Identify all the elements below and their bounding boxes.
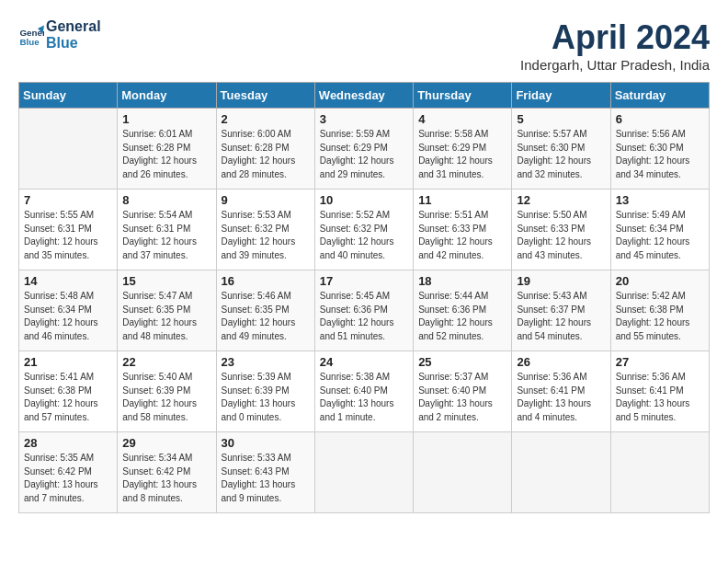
- header-saturday: Saturday: [610, 83, 709, 109]
- location-subtitle: Indergarh, Uttar Pradesh, India: [520, 57, 710, 73]
- header-friday: Friday: [512, 83, 610, 109]
- day-info: Sunrise: 5:55 AM Sunset: 6:31 PM Dayligh…: [24, 209, 112, 262]
- calendar-cell: 6Sunrise: 5:56 AM Sunset: 6:30 PM Daylig…: [610, 109, 709, 190]
- day-info: Sunrise: 5:53 AM Sunset: 6:32 PM Dayligh…: [222, 209, 310, 262]
- calendar-cell: [314, 432, 413, 513]
- calendar-cell: 10Sunrise: 5:52 AM Sunset: 6:32 PM Dayli…: [314, 190, 413, 270]
- day-info: Sunrise: 6:01 AM Sunset: 6:28 PM Dayligh…: [122, 128, 210, 181]
- day-number: 20: [616, 274, 704, 288]
- day-number: 30: [222, 436, 310, 450]
- day-info: Sunrise: 5:33 AM Sunset: 6:43 PM Dayligh…: [222, 452, 310, 505]
- logo-icon: General Blue: [18, 22, 44, 48]
- header-monday: Monday: [118, 83, 216, 109]
- day-info: Sunrise: 5:36 AM Sunset: 6:41 PM Dayligh…: [517, 371, 605, 424]
- day-info: Sunrise: 5:41 AM Sunset: 6:38 PM Dayligh…: [24, 371, 112, 424]
- day-number: 11: [418, 193, 506, 207]
- week-row-2: 7Sunrise: 5:55 AM Sunset: 6:31 PM Daylig…: [19, 190, 710, 270]
- calendar-cell: 28Sunrise: 5:35 AM Sunset: 6:42 PM Dayli…: [19, 432, 118, 513]
- calendar-cell: [19, 109, 118, 190]
- calendar-cell: 17Sunrise: 5:45 AM Sunset: 6:36 PM Dayli…: [314, 270, 413, 351]
- header-thursday: Thursday: [414, 83, 512, 109]
- day-info: Sunrise: 5:51 AM Sunset: 6:33 PM Dayligh…: [418, 209, 506, 262]
- calendar-cell: 15Sunrise: 5:47 AM Sunset: 6:35 PM Dayli…: [118, 270, 216, 351]
- day-info: Sunrise: 5:58 AM Sunset: 6:29 PM Dayligh…: [418, 128, 506, 181]
- day-number: 12: [517, 193, 605, 207]
- day-info: Sunrise: 5:38 AM Sunset: 6:40 PM Dayligh…: [320, 371, 408, 424]
- day-number: 24: [320, 355, 408, 369]
- day-info: Sunrise: 5:37 AM Sunset: 6:40 PM Dayligh…: [418, 371, 506, 424]
- day-number: 18: [418, 274, 506, 288]
- title-block: April 2024 Indergarh, Uttar Pradesh, Ind…: [520, 18, 710, 73]
- day-number: 21: [24, 355, 112, 369]
- calendar-cell: 4Sunrise: 5:58 AM Sunset: 6:29 PM Daylig…: [414, 109, 512, 190]
- calendar-cell: 7Sunrise: 5:55 AM Sunset: 6:31 PM Daylig…: [19, 190, 118, 270]
- week-row-1: 1Sunrise: 6:01 AM Sunset: 6:28 PM Daylig…: [19, 109, 710, 190]
- calendar-cell: 5Sunrise: 5:57 AM Sunset: 6:30 PM Daylig…: [512, 109, 610, 190]
- calendar-cell: 14Sunrise: 5:48 AM Sunset: 6:34 PM Dayli…: [19, 270, 118, 351]
- svg-text:Blue: Blue: [19, 36, 40, 46]
- day-info: Sunrise: 5:35 AM Sunset: 6:42 PM Dayligh…: [24, 452, 112, 505]
- week-row-3: 14Sunrise: 5:48 AM Sunset: 6:34 PM Dayli…: [19, 270, 710, 351]
- calendar-cell: 19Sunrise: 5:43 AM Sunset: 6:37 PM Dayli…: [512, 270, 610, 351]
- calendar-cell: 30Sunrise: 5:33 AM Sunset: 6:43 PM Dayli…: [216, 432, 314, 513]
- day-number: 23: [222, 355, 310, 369]
- day-number: 27: [616, 355, 704, 369]
- day-info: Sunrise: 5:48 AM Sunset: 6:34 PM Dayligh…: [24, 290, 112, 343]
- logo-line2: Blue: [46, 35, 101, 52]
- calendar-cell: 29Sunrise: 5:34 AM Sunset: 6:42 PM Dayli…: [118, 432, 216, 513]
- calendar-cell: [512, 432, 610, 513]
- calendar-cell: 23Sunrise: 5:39 AM Sunset: 6:39 PM Dayli…: [216, 351, 314, 432]
- day-info: Sunrise: 5:44 AM Sunset: 6:36 PM Dayligh…: [418, 290, 506, 343]
- calendar-cell: 18Sunrise: 5:44 AM Sunset: 6:36 PM Dayli…: [414, 270, 512, 351]
- calendar-cell: 13Sunrise: 5:49 AM Sunset: 6:34 PM Dayli…: [610, 190, 709, 270]
- day-info: Sunrise: 5:36 AM Sunset: 6:41 PM Dayligh…: [616, 371, 704, 424]
- day-number: 26: [517, 355, 605, 369]
- day-number: 16: [222, 274, 310, 288]
- day-number: 6: [616, 112, 704, 126]
- day-number: 15: [122, 274, 210, 288]
- week-row-4: 21Sunrise: 5:41 AM Sunset: 6:38 PM Dayli…: [19, 351, 710, 432]
- calendar-cell: 26Sunrise: 5:36 AM Sunset: 6:41 PM Dayli…: [512, 351, 610, 432]
- header-wednesday: Wednesday: [314, 83, 413, 109]
- calendar-cell: [414, 432, 512, 513]
- calendar-header-row: SundayMondayTuesdayWednesdayThursdayFrid…: [19, 83, 710, 109]
- day-number: 29: [122, 436, 210, 450]
- day-info: Sunrise: 5:39 AM Sunset: 6:39 PM Dayligh…: [222, 371, 310, 424]
- day-number: 4: [418, 112, 506, 126]
- day-number: 2: [222, 112, 310, 126]
- day-number: 22: [122, 355, 210, 369]
- day-number: 5: [517, 112, 605, 126]
- day-info: Sunrise: 5:45 AM Sunset: 6:36 PM Dayligh…: [320, 290, 408, 343]
- calendar-cell: 3Sunrise: 5:59 AM Sunset: 6:29 PM Daylig…: [314, 109, 413, 190]
- calendar-cell: 8Sunrise: 5:54 AM Sunset: 6:31 PM Daylig…: [118, 190, 216, 270]
- day-number: 13: [616, 193, 704, 207]
- calendar-cell: 21Sunrise: 5:41 AM Sunset: 6:38 PM Dayli…: [19, 351, 118, 432]
- calendar-cell: 9Sunrise: 5:53 AM Sunset: 6:32 PM Daylig…: [216, 190, 314, 270]
- day-number: 1: [122, 112, 210, 126]
- day-info: Sunrise: 5:42 AM Sunset: 6:38 PM Dayligh…: [616, 290, 704, 343]
- calendar-cell: 22Sunrise: 5:40 AM Sunset: 6:39 PM Dayli…: [118, 351, 216, 432]
- header-tuesday: Tuesday: [216, 83, 314, 109]
- calendar-table: SundayMondayTuesdayWednesdayThursdayFrid…: [18, 82, 710, 513]
- day-number: 8: [122, 193, 210, 207]
- calendar-cell: 1Sunrise: 6:01 AM Sunset: 6:28 PM Daylig…: [118, 109, 216, 190]
- calendar-cell: 2Sunrise: 6:00 AM Sunset: 6:28 PM Daylig…: [216, 109, 314, 190]
- day-number: 25: [418, 355, 506, 369]
- day-info: Sunrise: 5:59 AM Sunset: 6:29 PM Dayligh…: [320, 128, 408, 181]
- logo: General Blue General Blue: [18, 18, 101, 51]
- calendar-cell: 25Sunrise: 5:37 AM Sunset: 6:40 PM Dayli…: [414, 351, 512, 432]
- calendar-cell: 24Sunrise: 5:38 AM Sunset: 6:40 PM Dayli…: [314, 351, 413, 432]
- week-row-5: 28Sunrise: 5:35 AM Sunset: 6:42 PM Dayli…: [19, 432, 710, 513]
- day-info: Sunrise: 5:34 AM Sunset: 6:42 PM Dayligh…: [122, 452, 210, 505]
- day-number: 3: [320, 112, 408, 126]
- day-info: Sunrise: 5:50 AM Sunset: 6:33 PM Dayligh…: [517, 209, 605, 262]
- calendar-cell: 12Sunrise: 5:50 AM Sunset: 6:33 PM Dayli…: [512, 190, 610, 270]
- day-number: 14: [24, 274, 112, 288]
- day-info: Sunrise: 5:43 AM Sunset: 6:37 PM Dayligh…: [517, 290, 605, 343]
- header-sunday: Sunday: [19, 83, 118, 109]
- day-number: 7: [24, 193, 112, 207]
- day-info: Sunrise: 6:00 AM Sunset: 6:28 PM Dayligh…: [222, 128, 310, 181]
- day-info: Sunrise: 5:57 AM Sunset: 6:30 PM Dayligh…: [517, 128, 605, 181]
- day-info: Sunrise: 5:46 AM Sunset: 6:35 PM Dayligh…: [222, 290, 310, 343]
- calendar-cell: 16Sunrise: 5:46 AM Sunset: 6:35 PM Dayli…: [216, 270, 314, 351]
